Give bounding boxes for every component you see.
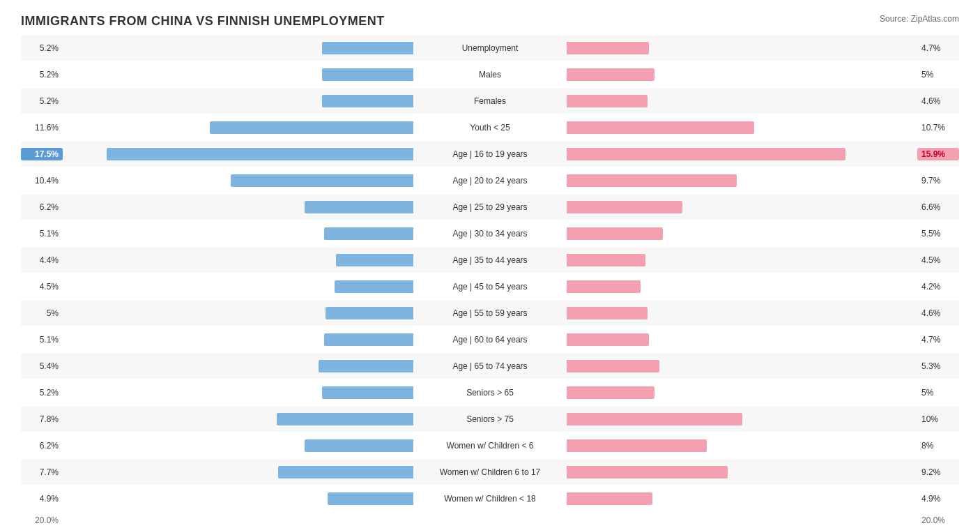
- bar-blue: [319, 360, 413, 372]
- chart-row: 11.6%Youth < 2510.7%: [21, 115, 959, 140]
- left-value: 5.2%: [21, 388, 63, 398]
- right-bar-wrap: [567, 226, 917, 241]
- bar-blue: [328, 492, 413, 505]
- bar-pink: [567, 492, 652, 505]
- bar-pink: [567, 280, 641, 293]
- right-value: 5.3%: [917, 361, 959, 371]
- bar-pink: [567, 68, 654, 81]
- scale-right: 20.0%: [917, 515, 959, 525]
- bars-area: Age | 30 to 34 years: [63, 221, 917, 246]
- row-label: Males: [413, 70, 567, 80]
- row-label: Age | 30 to 34 years: [413, 229, 567, 239]
- bar-blue: [326, 307, 413, 319]
- chart-row: 10.4%Age | 20 to 24 years9.7%: [21, 168, 959, 193]
- right-bar-wrap: [567, 120, 917, 135]
- scale-left: 20.0%: [21, 515, 63, 525]
- right-bar-wrap: [567, 252, 917, 268]
- right-bar-wrap: [567, 199, 917, 215]
- bar-pink: [567, 439, 707, 452]
- right-bar-wrap: [567, 173, 917, 188]
- right-value: 4.6%: [917, 308, 959, 318]
- right-value: 4.7%: [917, 335, 959, 345]
- left-value: 10.4%: [21, 176, 63, 186]
- left-bar-wrap: [63, 226, 413, 241]
- bars-area: Age | 60 to 64 years: [63, 327, 917, 352]
- row-label: Age | 65 to 74 years: [413, 361, 567, 371]
- right-value: 4.9%: [917, 494, 959, 504]
- bar-pink: [567, 148, 845, 160]
- bars-area: Age | 55 to 59 years: [63, 301, 917, 326]
- chart-area: 5.2%Unemployment4.7%5.2%Males5%5.2%Femal…: [21, 36, 959, 511]
- left-bar-wrap: [63, 146, 413, 162]
- left-value: 7.8%: [21, 414, 63, 424]
- right-bar-wrap: [567, 146, 917, 162]
- right-value: 4.5%: [917, 255, 959, 265]
- left-bar-wrap: [63, 120, 413, 135]
- bar-blue: [324, 227, 413, 240]
- left-bar-wrap: [63, 465, 413, 480]
- bars-area: Males: [63, 62, 917, 87]
- right-bar-wrap: [567, 93, 917, 109]
- left-value: 6.2%: [21, 441, 63, 451]
- bars-area: Females: [63, 89, 917, 114]
- left-value: 6.2%: [21, 202, 63, 212]
- right-bar-wrap: [567, 438, 917, 453]
- right-bar-wrap: [567, 279, 917, 294]
- bar-blue: [305, 439, 413, 452]
- right-bar-wrap: [567, 465, 917, 480]
- bar-blue: [336, 254, 413, 266]
- source-label: Source: ZipAtlas.com: [880, 14, 959, 24]
- row-label: Females: [413, 96, 567, 106]
- chart-row: 4.9%Women w/ Children < 184.9%: [21, 486, 959, 511]
- bar-blue: [278, 466, 413, 478]
- right-bar-wrap: [567, 306, 917, 321]
- row-label: Women w/ Children < 6: [413, 441, 567, 451]
- left-value: 5.2%: [21, 43, 63, 53]
- right-value: 4.6%: [917, 96, 959, 106]
- left-bar-wrap: [63, 412, 413, 427]
- chart-container: IMMIGRANTS FROM CHINA VS FINNISH UNEMPLO…: [21, 14, 959, 528]
- bar-pink: [567, 360, 659, 372]
- bars-area: Age | 20 to 24 years: [63, 168, 917, 193]
- chart-row: 5.4%Age | 65 to 74 years5.3%: [21, 354, 959, 379]
- right-value: 4.2%: [917, 282, 959, 292]
- left-bar-wrap: [63, 67, 413, 82]
- left-bar-wrap: [63, 173, 413, 188]
- left-value: 11.6%: [21, 123, 63, 133]
- bar-blue: [210, 121, 413, 134]
- chart-row: 5.2%Males5%: [21, 62, 959, 87]
- right-bar-wrap: [567, 385, 917, 400]
- bar-pink: [567, 42, 649, 54]
- bar-pink: [567, 386, 654, 399]
- bar-blue: [277, 413, 413, 425]
- right-value: 6.6%: [917, 202, 959, 212]
- left-value: 4.9%: [21, 494, 63, 504]
- chart-row: 4.5%Age | 45 to 54 years4.2%: [21, 274, 959, 299]
- bars-area: Age | 35 to 44 years: [63, 248, 917, 273]
- bars-area: Women w/ Children < 6: [63, 433, 917, 458]
- chart-row: 6.2%Women w/ Children < 68%: [21, 433, 959, 458]
- bar-blue: [322, 68, 413, 81]
- bars-area: Unemployment: [63, 36, 917, 61]
- bar-pink: [567, 307, 648, 319]
- left-bar-wrap: [63, 491, 413, 506]
- right-bar-wrap: [567, 412, 917, 427]
- row-label: Youth < 25: [413, 123, 567, 133]
- chart-row: 5.2%Females4.6%: [21, 89, 959, 114]
- right-bar-wrap: [567, 491, 917, 506]
- left-value: 5.1%: [21, 229, 63, 239]
- bar-blue: [322, 95, 413, 107]
- bar-blue: [322, 42, 413, 54]
- bar-blue: [324, 333, 413, 346]
- row-label: Unemployment: [413, 43, 567, 53]
- bars-area: Women w/ Children < 18: [63, 486, 917, 511]
- right-bar-wrap: [567, 359, 917, 374]
- row-label: Seniors > 75: [413, 414, 567, 424]
- bars-area: Seniors > 65: [63, 380, 917, 405]
- row-label: Women w/ Children 6 to 17: [413, 467, 567, 477]
- right-value: 15.9%: [917, 148, 959, 160]
- bar-pink: [567, 333, 649, 346]
- bar-pink: [567, 227, 663, 240]
- bar-pink: [567, 95, 648, 107]
- left-bar-wrap: [63, 279, 413, 294]
